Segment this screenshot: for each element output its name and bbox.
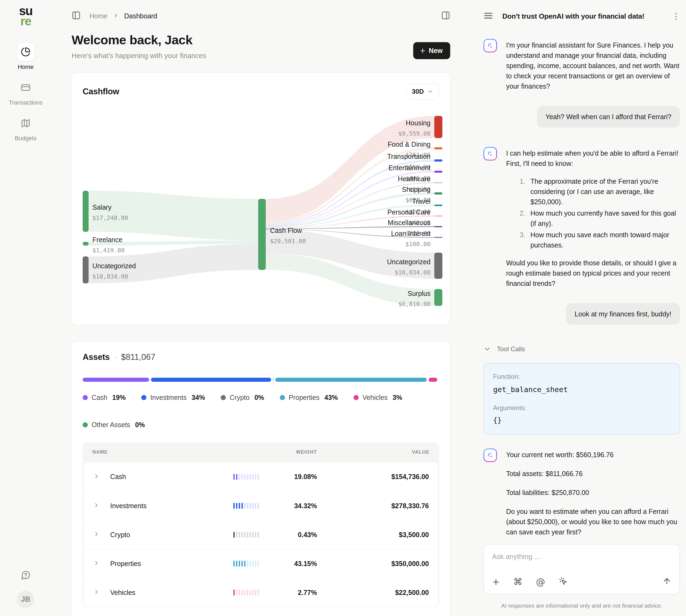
sankey-node-label: Uncategorized: [92, 262, 136, 270]
map-icon: [17, 114, 35, 132]
row-weight: 34.32%: [277, 502, 317, 510]
assistant-message-outro: Would you like to provide those details,…: [506, 258, 680, 289]
attach-plus-icon[interactable]: +: [492, 577, 500, 586]
assistant-avatar-icon: [483, 448, 497, 462]
chevron-right-icon[interactable]: [93, 589, 110, 597]
sankey-node: [434, 204, 442, 206]
row-weight: 43.15%: [277, 560, 317, 568]
breadcrumb-home[interactable]: Home: [89, 12, 108, 20]
table-row[interactable]: Cash19.08%$154,736.00: [84, 462, 438, 491]
list-item: How much you currently have saved for th…: [527, 208, 680, 228]
user-message: Look at my finances first, buddy!: [566, 303, 680, 325]
kebab-menu-icon[interactable]: ⋮: [672, 12, 680, 20]
col-header-value: VALUE: [317, 449, 429, 455]
sidebar: su re Home Transactions Budgets JB: [0, 0, 51, 616]
sankey-node-label: Travel: [412, 198, 431, 205]
row-value: $278,330.76: [317, 502, 429, 510]
legend-item[interactable]: Investments34%: [141, 394, 205, 401]
user-avatar[interactable]: JB: [17, 591, 34, 608]
page-title: Welcome back, Jack: [72, 32, 206, 47]
chat-input[interactable]: Ask anything ... + ⌘ @: [483, 544, 680, 594]
menu-icon[interactable]: [483, 11, 493, 22]
sankey-node-value: $10,834.00: [92, 273, 128, 280]
legend-percent: 19%: [112, 394, 125, 401]
sankey-node: [434, 159, 442, 161]
sidebar-item-label: Transactions: [9, 99, 42, 106]
allocation-segment: [275, 378, 427, 382]
cashflow-range-select[interactable]: 30D: [406, 84, 439, 100]
sankey-node: [83, 257, 89, 283]
chevron-right-icon[interactable]: [93, 531, 110, 539]
row-weight: 2.77%: [277, 589, 317, 597]
ai-disclaimer: AI responses are informational only and …: [483, 602, 680, 609]
sankey-node-label: Shopping: [402, 185, 431, 193]
sidebar-item-budgets[interactable]: Budgets: [15, 114, 37, 142]
tool-calls-toggle[interactable]: Tool Calls: [483, 344, 680, 354]
arguments-value: {}: [493, 415, 670, 426]
sankey-node-label: Transportation: [387, 153, 431, 160]
sidebar-item-label: Home: [18, 64, 34, 70]
legend-label: Other Assets: [92, 421, 130, 429]
weight-tick-bar: [233, 503, 277, 509]
sankey-node-label: Food & Dining: [388, 140, 431, 148]
table-row[interactable]: Investments34.32%$278,330.76: [84, 491, 438, 520]
row-name: Vehicles: [110, 589, 233, 597]
table-row[interactable]: Crypto0.43%$3,500.00: [84, 520, 438, 549]
panel-left-toggle-icon[interactable]: [72, 11, 81, 21]
range-value: 30D: [412, 88, 424, 95]
sure-logo[interactable]: su re: [19, 6, 32, 26]
chevron-right-icon[interactable]: [93, 502, 110, 510]
chat-title: Don't trust OpenAI with your financial d…: [502, 12, 672, 21]
legend-item[interactable]: Cash19%: [83, 394, 125, 401]
legend-label: Vehicles: [362, 394, 388, 401]
allocation-segment: [429, 378, 437, 382]
legend-item[interactable]: Properties43%: [280, 394, 338, 401]
mention-at-icon[interactable]: @: [536, 577, 545, 586]
chevron-down-icon: [427, 88, 433, 95]
pie-chart-icon: [17, 43, 35, 61]
legend-dot-icon: [280, 395, 285, 400]
plus-icon: [419, 47, 426, 54]
sankey-node: [434, 171, 442, 173]
chevron-right-icon[interactable]: [93, 559, 110, 568]
row-value: $3,500.00: [317, 531, 429, 539]
chat-input-placeholder: Ask anything ...: [492, 552, 671, 561]
assistant-message: I can help estimate when you'd be able t…: [483, 147, 680, 289]
breadcrumb: Home Dashboard: [72, 11, 450, 21]
sankey-node: [434, 289, 442, 306]
sankey-node-label: Personal Care: [387, 208, 431, 216]
row-value: $22,500.00: [317, 589, 429, 597]
main-content: Home Dashboard Welcome back, Jack Here's…: [51, 0, 450, 616]
total-liabilities-line: Total liabilities: $250,870.00: [506, 487, 680, 498]
assistant-message: I'm your financial assistant for Sure Fi…: [483, 39, 680, 91]
send-arrow-up-icon[interactable]: [662, 576, 671, 587]
table-row[interactable]: Vehicles2.77%$22,500.00: [84, 578, 438, 607]
function-name: get_balance_sheet: [493, 384, 670, 395]
help-icon[interactable]: [21, 570, 31, 581]
sankey-node: [434, 192, 442, 195]
command-icon[interactable]: ⌘: [513, 577, 523, 586]
avatar-initials: JB: [21, 595, 30, 603]
legend-dot-icon: [83, 422, 88, 427]
sidebar-item-home[interactable]: Home: [17, 43, 35, 70]
sankey-node-value: $29,501.00: [270, 238, 306, 244]
assets-card: Assets · $811,067 Cash19%Investments34%C…: [72, 341, 450, 616]
row-weight: 0.43%: [277, 531, 317, 539]
legend-item[interactable]: Crypto0%: [221, 394, 264, 401]
sankey-node-label: Uncategorized: [387, 258, 431, 266]
new-button[interactable]: New: [413, 42, 450, 59]
page-subtitle: Here's what's happening with your financ…: [72, 51, 206, 60]
assistant-message: Your current net worth: $560,196.76 Tota…: [483, 448, 680, 537]
table-row[interactable]: Properties43.15%$350,000.00: [84, 549, 438, 578]
legend-item[interactable]: Vehicles3%: [353, 394, 402, 401]
chevron-right-icon[interactable]: [93, 473, 110, 481]
sankey-node-label: Entertainment: [388, 164, 431, 172]
list-item: How much you save each month toward majo…: [527, 230, 680, 250]
panel-right-toggle-icon[interactable]: [441, 11, 450, 21]
net-worth-line: Your current net worth: $560,196.76: [506, 449, 680, 460]
sidebar-item-transactions[interactable]: Transactions: [9, 79, 42, 106]
cashflow-card: Cashflow 30D Salary$17,248.00Freelance$1…: [72, 72, 450, 325]
legend-item[interactable]: Other Assets0%: [83, 421, 145, 429]
cursor-click-icon[interactable]: [559, 577, 567, 587]
row-name: Investments: [110, 502, 233, 510]
